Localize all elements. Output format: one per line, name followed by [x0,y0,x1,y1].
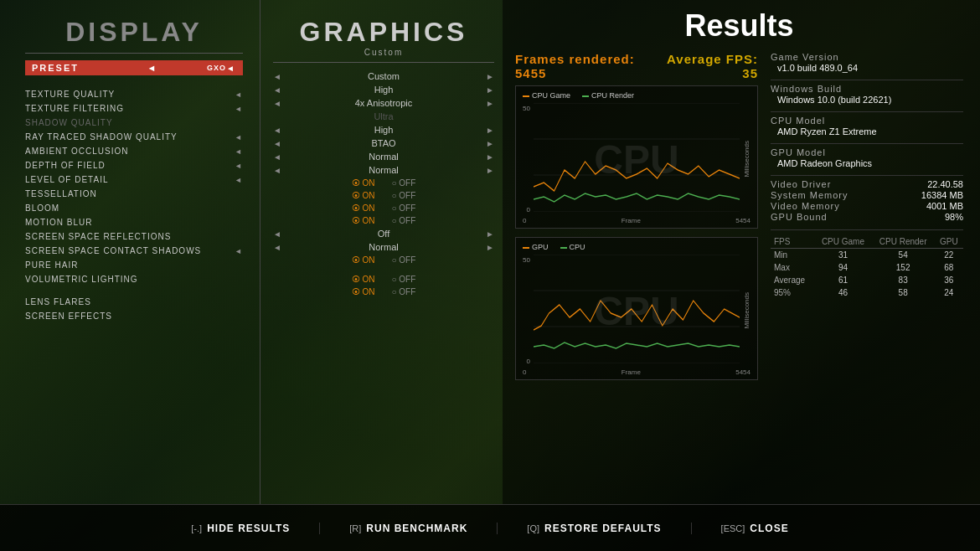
system-memory-value: 16384 MB [915,190,963,201]
perf-header-cpu-render: CPU Render [872,235,935,249]
cpu-model-section: CPU Model AMD Ryzen Z1 Extreme [771,116,963,136]
radio-bloom[interactable]: ⦿ ON ○ OFF [273,189,494,202]
video-driver-label: Video Driver [771,179,831,189]
perf-row-95: 95% 46 58 24 [771,286,963,299]
preset-bar[interactable]: PRESET GXO ◄ [25,60,243,75]
perf-95-gpu: 24 [935,286,963,299]
results-stats-row: Frames rendered: 5455 Average FPS: 35 CP… [515,52,963,389]
setting-sscs[interactable]: SCREEN SPACE CONTACT SHADOWS◄ [25,244,243,258]
avg-fps: Average FPS: 35 [657,52,758,80]
chart2-container: GPU CPU 50 0 CPU [515,237,758,380]
info-divider4 [771,175,963,176]
chart1-y-label: Milliseconds [743,141,750,178]
graphics-panel: GRAPHICS Custom ◄ Custom ► ◄ High ► ◄ 4x… [260,0,503,504]
cpu-render-dot [582,95,589,97]
graphics-title: GRAPHICS [300,17,468,48]
chart2-x-row: 0 Frame 5454 [523,368,750,376]
row-lod[interactable]: ◄ Normal ► [273,163,494,177]
perf-row-min: Min 31 54 22 [771,249,963,262]
video-driver-value: 22.40.58 [921,179,963,190]
bottom-bar: [-.] HIDE RESULTS [R] RUN BENCHMARK [Q] … [0,504,980,551]
chart2-y-right: Milliseconds [743,256,750,365]
restore-defaults-button[interactable]: [Q] RESTORE DEFAULTS [498,523,691,534]
preset-value: Custom [281,71,486,81]
graphics-divider [273,62,494,63]
radio-vol-lighting[interactable]: ⦿ ON ○ OFF [273,254,494,266]
setting-texture-quality[interactable]: TEXTURE QUALITY◄ [25,87,243,101]
gxo-label: GXO [207,64,226,72]
cpu-dot [560,247,567,249]
hide-results-button[interactable]: [-.] HIDE RESULTS [162,523,320,534]
radio-tessellation[interactable]: ⦿ ON ○ OFF [273,177,494,189]
setting-motion-blur[interactable]: MOTION BLUR [25,215,243,229]
charts-col: Frames rendered: 5455 Average FPS: 35 CP… [515,52,758,389]
perf-header-gpu: GPU [935,235,963,249]
graphics-spacer1 [273,266,494,273]
legend-gpu: GPU [523,243,549,251]
run-benchmark-button[interactable]: [R] RUN BENCHMARK [320,523,498,534]
run-benchmark-key: [R] [349,523,361,533]
setting-screen-effects[interactable]: SCREEN EFFECTS [25,309,243,323]
row-pure-hair[interactable]: ◄ Normal ► [273,240,494,254]
chart2-watermark: CPU [594,288,678,334]
preset-left-arrow[interactable]: ◄ [273,72,281,81]
preset-label: PRESET [32,63,79,73]
windows-build-section: Windows Build Windows 10.0 (build 22621) [771,84,963,105]
radio-screen-effects[interactable]: ⦿ ON ○ OFF [273,286,494,298]
chart1-container: CPU Game CPU Render 50 0 CPU [515,85,758,229]
setting-bloom[interactable]: BLOOM [25,201,243,215]
gpu-dot [523,247,529,249]
perf-row-max: Max 94 152 68 [771,261,963,274]
gpu-model-label: GPU Model [771,147,963,157]
perf-avg-label: Average [771,274,814,286]
close-button[interactable]: [ESC] CLOSE [692,523,818,534]
perf-95-cpu-game: 46 [814,286,871,299]
preset-arrow: ◄ [147,63,158,73]
row-sscs[interactable]: ◄ Off ► [273,227,494,240]
setting-lens-flares[interactable]: LENS FLARES [25,295,243,309]
chart1-y-axis: 50 0 [523,105,530,214]
frames-rendered: Frames rendered: 5455 [515,52,657,80]
perf-min-gpu: 22 [935,249,963,262]
perf-avg-cpu-game: 61 [814,274,871,286]
legend-cpu: CPU [560,243,585,251]
perf-avg-gpu: 36 [935,274,963,286]
setting-pure-hair[interactable]: PURE HAIR [25,258,243,272]
chart1-area: CPU [534,103,740,215]
radio-lens-flares[interactable]: ⦿ ON ○ OFF [273,273,494,286]
game-version-label: Game Version [771,52,963,62]
setting-ao[interactable]: AMBIENT OCCLUSION◄ [25,144,243,158]
windows-build-value: Windows 10.0 (build 22621) [771,95,963,105]
info-divider5 [771,229,963,230]
cpu-model-value: AMD Ryzen Z1 Extreme [771,126,963,136]
setting-vol-lighting[interactable]: VOLUMETRIC LIGHTING [25,272,243,286]
row-ray-shadow[interactable]: ◄ High ► [273,123,494,136]
setting-lod[interactable]: LEVEL OF DETAIL◄ [25,173,243,187]
setting-ssr[interactable]: SCREEN SPACE REFLECTIONS [25,229,243,244]
setting-dof[interactable]: DEPTH OF FIELD◄ [25,158,243,173]
row-dof[interactable]: ◄ Normal ► [273,150,494,163]
legend-cpu-game: CPU Game [523,91,570,100]
row-ao[interactable]: ◄ BTAO ► [273,136,494,150]
legend-cpu-render: CPU Render [582,91,634,100]
system-memory-label: System Memory [771,190,848,200]
chart1-legend: CPU Game CPU Render [523,91,750,100]
setting-texture-filtering[interactable]: TEXTURE FILTERING◄ [25,101,243,116]
graphics-preset-row[interactable]: ◄ Custom ► [273,70,494,83]
graphics-preset-label: Custom [364,48,403,57]
perf-table: FPS CPU Game CPU Render GPU Min 31 54 [771,235,963,299]
setting-ray-shadow[interactable]: RAY TRACED SHADOW QUALITY◄ [25,130,243,144]
video-memory-label: Video Memory [771,201,840,211]
row-texture-filtering[interactable]: ◄ 4x Anisotropic ► [273,96,494,110]
preset-right-arrow[interactable]: ► [486,72,494,81]
radio-motion-blur[interactable]: ⦿ ON ○ OFF [273,202,494,214]
perf-max-cpu-render: 152 [872,261,935,274]
setting-tessellation[interactable]: TESSELLATION [25,187,243,201]
perf-95-cpu-render: 58 [872,286,935,299]
perf-min-cpu-render: 54 [872,249,935,262]
close-label: CLOSE [750,523,788,534]
perf-avg-cpu-render: 83 [872,274,935,286]
info-col: Game Version v1.0 build 489.0_64 Windows… [771,52,963,299]
row-texture-quality[interactable]: ◄ High ► [273,83,494,96]
radio-ssr[interactable]: ⦿ ON ○ OFF [273,214,494,227]
